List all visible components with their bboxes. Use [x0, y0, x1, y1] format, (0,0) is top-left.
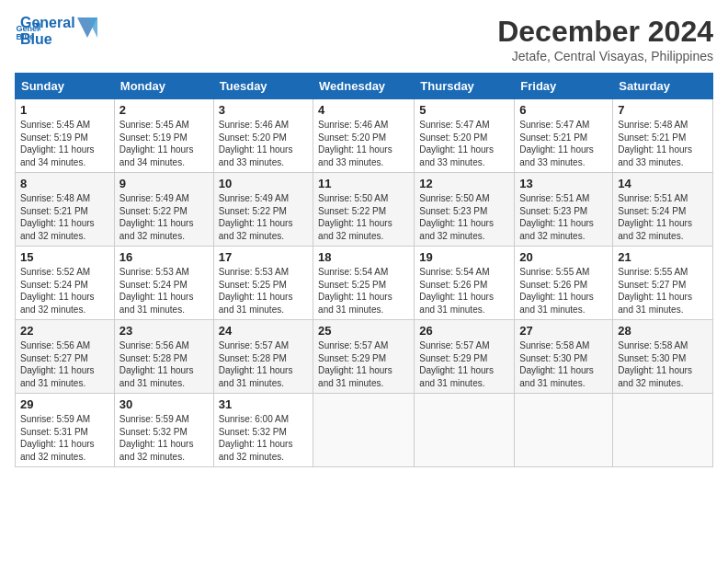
day-number: 20 [519, 250, 608, 264]
day-detail: Sunrise: 5:52 AMSunset: 5:24 PMDaylight:… [20, 266, 109, 316]
calendar-day-cell: 19Sunrise: 5:54 AMSunset: 5:26 PMDayligh… [415, 247, 515, 320]
day-number: 5 [419, 103, 509, 117]
day-number: 4 [318, 103, 409, 117]
calendar-day-cell: 15Sunrise: 5:52 AMSunset: 5:24 PMDayligh… [16, 247, 115, 320]
location-title: Jetafe, Central Visayas, Philippines [497, 49, 713, 63]
day-detail: Sunrise: 5:47 AMSunset: 5:21 PMDaylight:… [519, 119, 608, 168]
calendar-day-cell: 21Sunrise: 5:55 AMSunset: 5:27 PMDayligh… [613, 247, 713, 320]
calendar-body: 1Sunrise: 5:45 AMSunset: 5:19 PMDaylight… [16, 99, 713, 467]
empty-cell [515, 394, 613, 467]
day-detail: Sunrise: 5:45 AMSunset: 5:19 PMDaylight:… [119, 119, 209, 168]
day-number: 23 [119, 324, 209, 338]
day-number: 24 [219, 324, 308, 338]
day-number: 22 [20, 324, 109, 338]
day-number: 25 [318, 324, 409, 338]
day-detail: Sunrise: 5:56 AMSunset: 5:28 PMDaylight:… [119, 339, 209, 389]
title-section: December 2024 Jetafe, Central Visayas, P… [497, 15, 713, 63]
day-detail: Sunrise: 5:45 AMSunset: 5:19 PMDaylight:… [20, 119, 109, 168]
empty-cell [313, 394, 415, 467]
calendar-week-row: 15Sunrise: 5:52 AMSunset: 5:24 PMDayligh… [16, 247, 713, 320]
calendar-day-cell: 17Sunrise: 5:53 AMSunset: 5:25 PMDayligh… [213, 247, 313, 320]
day-number: 30 [119, 397, 209, 411]
day-detail: Sunrise: 5:46 AMSunset: 5:20 PMDaylight:… [318, 119, 409, 168]
day-detail: Sunrise: 5:56 AMSunset: 5:27 PMDaylight:… [20, 339, 109, 389]
calendar-table: SundayMondayTuesdayWednesdayThursdayFrid… [15, 73, 713, 467]
calendar-day-cell: 12Sunrise: 5:50 AMSunset: 5:23 PMDayligh… [415, 173, 515, 247]
calendar-week-row: 8Sunrise: 5:48 AMSunset: 5:21 PMDaylight… [16, 173, 713, 247]
day-number: 13 [519, 177, 608, 190]
calendar-day-cell: 8Sunrise: 5:48 AMSunset: 5:21 PMDaylight… [16, 173, 115, 247]
calendar-day-cell: 25Sunrise: 5:57 AMSunset: 5:29 PMDayligh… [313, 320, 415, 394]
day-number: 17 [219, 250, 308, 264]
calendar-week-row: 22Sunrise: 5:56 AMSunset: 5:27 PMDayligh… [16, 320, 713, 394]
day-number: 12 [419, 177, 509, 190]
calendar-day-cell: 24Sunrise: 5:57 AMSunset: 5:28 PMDayligh… [213, 320, 313, 394]
day-number: 10 [219, 177, 308, 190]
calendar-day-cell: 3Sunrise: 5:46 AMSunset: 5:20 PMDaylight… [213, 99, 313, 173]
day-detail: Sunrise: 5:49 AMSunset: 5:22 PMDaylight:… [119, 192, 209, 242]
calendar-day-cell: 2Sunrise: 5:45 AMSunset: 5:19 PMDaylight… [114, 99, 213, 173]
calendar-day-cell: 18Sunrise: 5:54 AMSunset: 5:25 PMDayligh… [313, 247, 415, 320]
calendar-day-cell: 1Sunrise: 5:45 AMSunset: 5:19 PMDaylight… [16, 99, 115, 173]
day-detail: Sunrise: 5:53 AMSunset: 5:24 PMDaylight:… [119, 266, 209, 316]
calendar-day-cell: 22Sunrise: 5:56 AMSunset: 5:27 PMDayligh… [16, 320, 115, 394]
calendar-day-cell: 4Sunrise: 5:46 AMSunset: 5:20 PMDaylight… [313, 99, 415, 173]
day-number: 1 [20, 103, 109, 117]
day-detail: Sunrise: 5:47 AMSunset: 5:20 PMDaylight:… [419, 119, 509, 168]
day-detail: Sunrise: 5:50 AMSunset: 5:22 PMDaylight:… [318, 192, 409, 242]
calendar-day-cell: 26Sunrise: 5:57 AMSunset: 5:29 PMDayligh… [415, 320, 515, 394]
logo-line2: Blue [20, 31, 75, 48]
day-number: 3 [219, 103, 308, 117]
day-number: 19 [419, 250, 509, 264]
day-detail: Sunrise: 5:51 AMSunset: 5:24 PMDaylight:… [618, 192, 708, 242]
day-number: 29 [20, 397, 109, 411]
calendar-day-cell: 14Sunrise: 5:51 AMSunset: 5:24 PMDayligh… [613, 173, 713, 247]
day-detail: Sunrise: 5:53 AMSunset: 5:25 PMDaylight:… [219, 266, 308, 316]
day-number: 16 [119, 250, 209, 264]
column-header-wednesday: Wednesday [313, 74, 415, 99]
calendar-day-cell: 23Sunrise: 5:56 AMSunset: 5:28 PMDayligh… [114, 320, 213, 394]
calendar-day-cell: 10Sunrise: 5:49 AMSunset: 5:22 PMDayligh… [213, 173, 313, 247]
day-number: 6 [519, 103, 608, 117]
day-number: 14 [618, 177, 708, 190]
calendar-day-cell: 7Sunrise: 5:48 AMSunset: 5:21 PMDaylight… [613, 99, 713, 173]
day-detail: Sunrise: 5:59 AMSunset: 5:31 PMDaylight:… [20, 413, 109, 463]
day-detail: Sunrise: 5:46 AMSunset: 5:20 PMDaylight:… [219, 119, 308, 168]
calendar-day-cell: 16Sunrise: 5:53 AMSunset: 5:24 PMDayligh… [114, 247, 213, 320]
day-number: 9 [119, 177, 209, 190]
column-header-friday: Friday [515, 74, 613, 99]
day-detail: Sunrise: 5:57 AMSunset: 5:29 PMDaylight:… [419, 339, 509, 389]
calendar-day-cell: 20Sunrise: 5:55 AMSunset: 5:26 PMDayligh… [515, 247, 613, 320]
logo: General Blue General Blue [15, 15, 97, 48]
day-number: 21 [618, 250, 708, 264]
day-detail: Sunrise: 5:51 AMSunset: 5:23 PMDaylight:… [519, 192, 608, 242]
day-number: 18 [318, 250, 409, 264]
day-detail: Sunrise: 5:55 AMSunset: 5:27 PMDaylight:… [618, 266, 708, 316]
calendar-day-cell: 28Sunrise: 5:58 AMSunset: 5:30 PMDayligh… [613, 320, 713, 394]
logo-line1: General [20, 15, 75, 31]
day-detail: Sunrise: 5:50 AMSunset: 5:23 PMDaylight:… [419, 192, 509, 242]
empty-cell [613, 394, 713, 467]
column-header-sunday: Sunday [16, 74, 115, 99]
day-detail: Sunrise: 5:58 AMSunset: 5:30 PMDaylight:… [519, 339, 608, 389]
calendar-week-row: 29Sunrise: 5:59 AMSunset: 5:31 PMDayligh… [16, 394, 713, 467]
day-number: 15 [20, 250, 109, 264]
day-detail: Sunrise: 5:57 AMSunset: 5:28 PMDaylight:… [219, 339, 308, 389]
calendar-day-cell: 29Sunrise: 5:59 AMSunset: 5:31 PMDayligh… [16, 394, 115, 467]
calendar-day-cell: 6Sunrise: 5:47 AMSunset: 5:21 PMDaylight… [515, 99, 613, 173]
day-detail: Sunrise: 6:00 AMSunset: 5:32 PMDaylight:… [219, 413, 308, 463]
day-number: 31 [219, 397, 308, 411]
calendar-week-row: 1Sunrise: 5:45 AMSunset: 5:19 PMDaylight… [16, 99, 713, 173]
day-detail: Sunrise: 5:48 AMSunset: 5:21 PMDaylight:… [618, 119, 708, 168]
calendar-day-cell: 13Sunrise: 5:51 AMSunset: 5:23 PMDayligh… [515, 173, 613, 247]
day-number: 2 [119, 103, 209, 117]
calendar-header-row: SundayMondayTuesdayWednesdayThursdayFrid… [16, 74, 713, 99]
day-detail: Sunrise: 5:48 AMSunset: 5:21 PMDaylight:… [20, 192, 109, 242]
calendar-day-cell: 27Sunrise: 5:58 AMSunset: 5:30 PMDayligh… [515, 320, 613, 394]
month-title: December 2024 [497, 15, 713, 49]
calendar-day-cell: 30Sunrise: 5:59 AMSunset: 5:32 PMDayligh… [114, 394, 213, 467]
day-detail: Sunrise: 5:55 AMSunset: 5:26 PMDaylight:… [519, 266, 608, 316]
day-detail: Sunrise: 5:54 AMSunset: 5:26 PMDaylight:… [419, 266, 509, 316]
header: General Blue General Blue December 2024 … [15, 15, 713, 63]
logo-arrow-icon [77, 17, 97, 38]
